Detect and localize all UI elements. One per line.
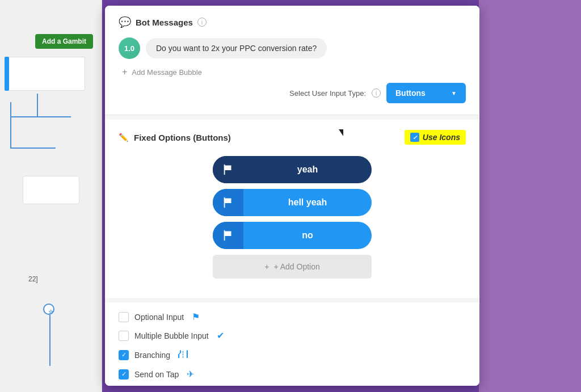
checkbox-send-on-tap-box[interactable]: ✓ <box>119 369 129 380</box>
canvas-connector-v2 <box>10 102 11 147</box>
bot-messages-header: 💬 Bot Messages i <box>119 16 466 28</box>
canvas-line-bottom <box>49 315 50 366</box>
checkbox-optional-input-label: Optional Input <box>134 313 184 322</box>
canvas-node <box>6 57 85 91</box>
checkbox-optional-input[interactable]: Optional Input ⚑ <box>119 311 466 322</box>
main-panel: 💬 Bot Messages i 1.0 Do you want to 2x y… <box>105 6 479 386</box>
option-label-yeah: yeah <box>243 165 372 175</box>
add-option-button[interactable]: + + Add Option <box>213 255 372 279</box>
option-button-no[interactable]: no <box>213 222 372 249</box>
mouse-cursor <box>339 129 343 136</box>
checkbox-multiple-bubble-box[interactable] <box>119 331 129 341</box>
edit-icon[interactable]: ✏️ <box>119 133 128 142</box>
fixed-options-title: Fixed Options (Buttons) <box>134 133 231 142</box>
right-background <box>479 0 581 392</box>
checkbox-multiple-bubble[interactable]: Multiple Bubble Input ✔ <box>119 330 466 341</box>
bot-messages-section: 💬 Bot Messages i 1.0 Do you want to 2x y… <box>105 6 479 115</box>
use-icons-badge[interactable]: ✓ Use Icons <box>405 130 466 145</box>
input-type-dropdown[interactable]: Buttons ▼ <box>386 83 466 103</box>
checkbox-send-on-tap-label: Send on Tap <box>134 370 179 379</box>
option-label-no: no <box>243 230 372 241</box>
use-icons-check: ✓ <box>410 133 419 142</box>
optional-input-icon: ⚑ <box>192 311 200 322</box>
canvas-connector-v1 <box>37 94 38 116</box>
button-icon-hell-yeah <box>213 189 243 216</box>
input-type-info-icon[interactable]: i <box>372 88 381 98</box>
buttons-list: yeah hell yeah no + + Add Option <box>119 156 466 279</box>
checkbox-multiple-bubble-label: Multiple Bubble Input <box>134 331 209 340</box>
canvas-accent-bar <box>5 57 9 91</box>
option-button-hell-yeah[interactable]: hell yeah <box>213 189 372 216</box>
message-bubble[interactable]: Do you want to 2x your PPC conversion ra… <box>146 38 327 58</box>
checkbox-branching-label: Branching <box>134 351 170 360</box>
add-bubble-label: Add Message Bubble <box>132 68 202 77</box>
chat-icon: 💬 <box>119 16 131 28</box>
add-gambit-button[interactable]: Add a Gambit <box>35 34 93 49</box>
dropdown-arrow-icon: ▼ <box>451 90 457 96</box>
fixed-options-section: ✏️ Fixed Options (Buttons) ✓ Use Icons y… <box>105 120 479 298</box>
send-on-tap-icon: ✈ <box>187 369 194 380</box>
add-bubble-plus-icon: + <box>122 67 127 77</box>
info-icon[interactable]: i <box>197 18 207 27</box>
input-type-label: Select User Input Type: <box>289 89 366 98</box>
canvas-connector-h2 <box>37 116 71 117</box>
option-button-yeah[interactable]: yeah <box>213 156 372 183</box>
branching-icon: ⛙ <box>178 349 188 361</box>
send-on-tap-checkmark: ✓ <box>121 370 127 378</box>
input-type-row: Select User Input Type: i Buttons ▼ <box>119 83 466 103</box>
add-bubble-row[interactable]: + Add Message Bubble <box>122 67 466 77</box>
use-icons-label: Use Icons <box>423 133 460 142</box>
option-label-hell-yeah: hell yeah <box>243 197 372 208</box>
use-icons-checkmark: ✓ <box>412 134 417 141</box>
checkboxes-section: Optional Input ⚑ Multiple Bubble Input ✔… <box>105 302 479 386</box>
checkbox-branching[interactable]: ✓ Branching ⛙ <box>119 349 466 361</box>
fixed-options-left: ✏️ Fixed Options (Buttons) <box>119 133 231 142</box>
add-option-label: + Add Option <box>273 262 319 271</box>
bot-messages-title: Bot Messages <box>136 18 193 27</box>
checkbox-optional-input-box[interactable] <box>119 312 129 322</box>
canvas-node-2 <box>23 176 79 204</box>
checkbox-branching-box[interactable]: ✓ <box>119 350 129 360</box>
canvas-connector-h1 <box>11 116 38 117</box>
message-badge: 1.0 <box>119 37 140 59</box>
canvas-node-label: 22] <box>28 275 38 283</box>
canvas-area: Add a Gambit 22] ☆ <box>0 0 102 392</box>
branching-checkmark: ✓ <box>121 351 127 359</box>
input-type-value: Buttons <box>395 88 426 98</box>
checkbox-send-on-tap[interactable]: ✓ Send on Tap ✈ <box>119 369 466 380</box>
add-option-plus-icon: + <box>264 262 269 271</box>
button-icon-no <box>213 222 243 249</box>
multiple-bubble-icon: ✔ <box>217 330 224 341</box>
fixed-options-header: ✏️ Fixed Options (Buttons) ✓ Use Icons <box>119 130 466 145</box>
canvas-circle-icon: ☆ <box>48 309 53 315</box>
button-icon-yeah <box>213 156 243 183</box>
message-row: 1.0 Do you want to 2x your PPC conversio… <box>119 37 466 59</box>
canvas-connector-h3 <box>10 147 56 149</box>
